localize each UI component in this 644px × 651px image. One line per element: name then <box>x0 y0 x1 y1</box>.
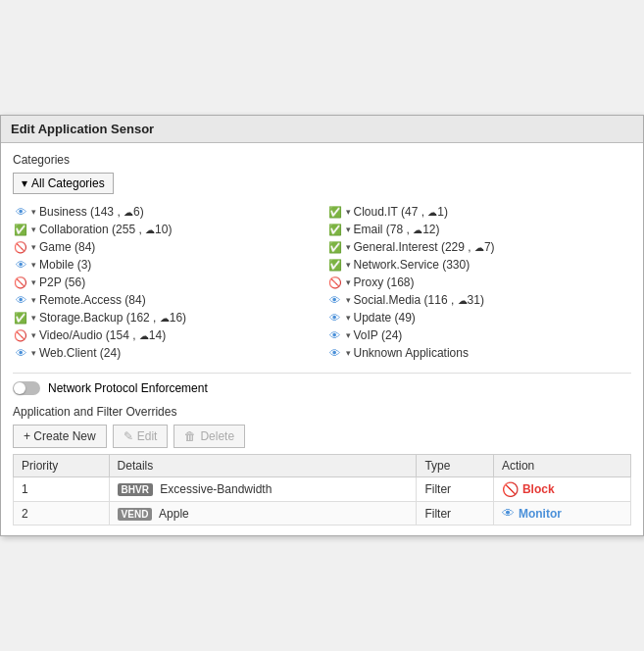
category-cloud-it: ✅ ▾ Cloud.IT (47 , ☁1) <box>327 204 632 220</box>
category-unknown-applications: 👁 ▾ Unknown Applications <box>327 345 632 361</box>
check-icon: ✅ <box>327 206 343 218</box>
col-header-action: Action <box>493 455 630 477</box>
categories-section-label: Categories <box>13 153 631 167</box>
cat-label: Email (78 , ☁12) <box>354 223 440 236</box>
cat-label: Social.Media (116 , ☁31) <box>354 293 484 307</box>
cat-dropdown-arrow[interactable]: ▾ <box>346 330 351 340</box>
block-icon: 🚫 <box>13 329 28 341</box>
category-update: 👁 ▾ Update (49) <box>327 310 632 326</box>
eye-icon: 👁 <box>13 206 28 218</box>
cat-dropdown-arrow[interactable]: ▾ <box>31 295 36 305</box>
table-row[interactable]: 2VEND AppleFilter👁 Monitor <box>14 502 631 526</box>
all-categories-dropdown-row: ▾ All Categories <box>13 173 631 194</box>
eye-monitor-icon: 👁 <box>502 506 515 521</box>
cat-label: Unknown Applications <box>354 346 469 360</box>
cell-priority: 2 <box>14 502 110 526</box>
cat-label: Proxy (168) <box>354 275 415 289</box>
dropdown-label: All Categories <box>31 176 105 190</box>
category-game: 🚫 ▾ Game (84) <box>13 239 318 255</box>
block-icon: 🚫 <box>13 241 28 253</box>
cat-label: General.Interest (229 , ☁7) <box>354 240 495 254</box>
block-icon: 🚫 <box>327 276 343 288</box>
cat-dropdown-arrow[interactable]: ▾ <box>346 207 351 217</box>
cat-dropdown-arrow[interactable]: ▾ <box>346 277 351 287</box>
cat-label: Game (84) <box>39 240 95 254</box>
block-icon: 🚫 <box>13 276 28 288</box>
category-remote-access: 👁 ▾ Remote.Access (84) <box>13 292 318 308</box>
category-video-audio: 🚫 ▾ Video/Audio (154 , ☁14) <box>13 327 318 343</box>
edit-button[interactable]: ✎ Edit <box>113 425 169 448</box>
col-header-type: Type <box>417 455 493 477</box>
overrides-table: Priority Details Type Action 1BHVR Exces… <box>13 454 631 526</box>
eye-icon: 👁 <box>13 294 28 306</box>
check-icon: ✅ <box>13 312 28 324</box>
category-network-service: ✅ ▾ Network.Service (330) <box>327 257 632 273</box>
cell-action: 👁 Monitor <box>493 502 630 526</box>
details-badge: VEND <box>118 508 153 521</box>
category-general-interest: ✅ ▾ General.Interest (229 , ☁7) <box>327 239 632 255</box>
category-social-media: 👁 ▾ Social.Media (116 , ☁31) <box>327 292 632 308</box>
cat-label: Video/Audio (154 , ☁14) <box>39 328 166 342</box>
delete-icon: 🗑 <box>184 429 196 443</box>
check-icon: ✅ <box>327 241 343 253</box>
block-circle-icon: 🚫 <box>502 481 519 497</box>
cat-label: Cloud.IT (47 , ☁1) <box>354 205 449 219</box>
cat-label: Update (49) <box>354 311 416 325</box>
cat-label: Web.Client (24) <box>39 346 121 360</box>
content-area: Categories ▾ All Categories 👁 ▾ Business… <box>1 143 643 535</box>
cat-dropdown-arrow[interactable]: ▾ <box>346 295 351 305</box>
category-p2p: 🚫 ▾ P2P (56) <box>13 275 318 290</box>
create-new-button[interactable]: + Create New <box>13 425 107 448</box>
cat-dropdown-arrow[interactable]: ▾ <box>31 348 36 358</box>
category-mobile: 👁 ▾ Mobile (3) <box>13 257 318 273</box>
check-icon: ✅ <box>327 259 343 271</box>
cell-action: 🚫 Block <box>493 477 630 502</box>
cat-dropdown-arrow[interactable]: ▾ <box>346 313 351 323</box>
divider <box>13 373 631 374</box>
table-row[interactable]: 1BHVR Excessive-BandwidthFilter🚫 Block <box>14 477 631 502</box>
cat-label: Mobile (3) <box>39 258 91 272</box>
cat-label: Remote.Access (84) <box>39 293 146 307</box>
cat-dropdown-arrow[interactable]: ▾ <box>346 260 351 270</box>
cat-label: VoIP (24) <box>354 328 403 342</box>
cat-dropdown-arrow[interactable]: ▾ <box>31 277 36 287</box>
cell-priority: 1 <box>14 477 110 502</box>
edit-label: Edit <box>137 429 158 443</box>
cat-dropdown-arrow[interactable]: ▾ <box>31 330 36 340</box>
window-title: Edit Application Sensor <box>11 122 154 136</box>
title-bar: Edit Application Sensor <box>1 116 643 143</box>
col-header-priority: Priority <box>14 455 110 477</box>
cat-dropdown-arrow[interactable]: ▾ <box>346 348 351 358</box>
delete-label: Delete <box>200 429 234 443</box>
eye-icon: 👁 <box>327 294 343 306</box>
action-monitor: 👁 Monitor <box>502 506 622 521</box>
check-icon: ✅ <box>327 224 343 235</box>
cat-dropdown-arrow[interactable]: ▾ <box>346 242 351 252</box>
cat-dropdown-arrow[interactable]: ▾ <box>31 313 36 323</box>
action-block: 🚫 Block <box>502 481 622 497</box>
eye-icon: 👁 <box>327 312 343 324</box>
cat-label: P2P (56) <box>39 275 85 289</box>
check-icon: ✅ <box>13 224 28 235</box>
all-categories-dropdown[interactable]: ▾ All Categories <box>13 173 114 194</box>
cat-dropdown-arrow[interactable]: ▾ <box>31 260 36 270</box>
cat-label: Storage.Backup (162 , ☁16) <box>39 311 186 325</box>
overrides-label: Application and Filter Overrides <box>13 405 631 419</box>
details-badge: BHVR <box>118 483 153 496</box>
category-business: 👁 ▾ Business (143 , ☁6) <box>13 204 318 220</box>
network-protocol-toggle[interactable] <box>13 381 40 395</box>
network-protocol-label: Network Protocol Enforcement <box>48 381 208 395</box>
network-protocol-row: Network Protocol Enforcement <box>13 381 631 395</box>
eye-icon: 👁 <box>327 347 343 359</box>
col-header-details: Details <box>109 455 417 477</box>
category-collaboration: ✅ ▾ Collaboration (255 , ☁10) <box>13 222 318 237</box>
overrides-section: Application and Filter Overrides + Creat… <box>13 405 631 526</box>
eye-icon: 👁 <box>13 347 28 359</box>
cell-details: VEND Apple <box>109 502 417 526</box>
cat-label: Business (143 , ☁6) <box>39 205 144 219</box>
cat-dropdown-arrow[interactable]: ▾ <box>346 225 351 234</box>
cat-dropdown-arrow[interactable]: ▾ <box>31 242 36 252</box>
cat-dropdown-arrow[interactable]: ▾ <box>31 225 36 234</box>
delete-button[interactable]: 🗑 Delete <box>173 425 245 448</box>
cat-dropdown-arrow[interactable]: ▾ <box>31 207 36 217</box>
